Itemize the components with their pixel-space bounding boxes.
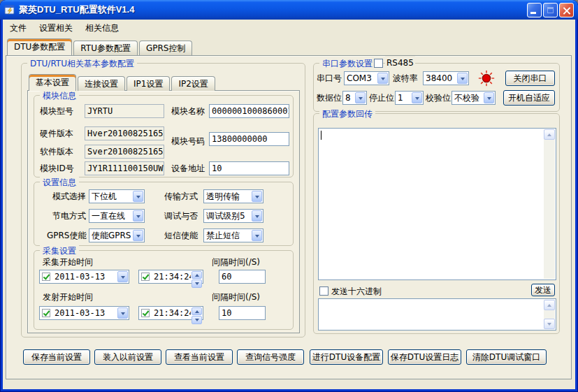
- module-model-field[interactable]: JYRTU: [85, 104, 164, 118]
- chevron-down-icon[interactable]: [412, 92, 422, 103]
- scroll-down-icon[interactable]: [544, 319, 555, 329]
- module-id-label: 模块ID号: [40, 161, 74, 175]
- send-time-picker[interactable]: 21:34:24: [138, 306, 203, 320]
- baud-rate-combo[interactable]: 38400: [423, 71, 469, 85]
- save-dtu-log-button[interactable]: 保存DTU设置日志: [388, 349, 461, 365]
- scroll-up-icon[interactable]: [544, 129, 555, 140]
- hw-version-label: 硬件版本: [40, 126, 73, 140]
- spin-down-icon[interactable]: [192, 280, 202, 288]
- load-previous-settings-button[interactable]: 装入以前设置: [94, 349, 161, 365]
- device-address-field[interactable]: 10: [209, 161, 289, 175]
- checkbox-checked-icon[interactable]: [42, 309, 50, 317]
- scroll-up-icon[interactable]: [544, 300, 555, 310]
- checkbox-checked-icon[interactable]: [42, 273, 50, 281]
- module-number-field[interactable]: 13800000000: [209, 132, 289, 146]
- config-feedback-group: 配置参数回传 发送十六进制 发送: [313, 113, 560, 334]
- tab-ip2-settings[interactable]: IP2设置: [171, 76, 215, 91]
- minimize-button[interactable]: [527, 3, 542, 17]
- dtu-basic-params-title: DTU/RTU相关基本参数配置: [27, 58, 137, 70]
- data-bits-label: 数据位: [317, 91, 342, 105]
- save-current-settings-button[interactable]: 保存当前设置: [23, 349, 90, 365]
- maximize-button[interactable]: [543, 3, 558, 17]
- send-interval-label: 间隔时间(/S): [212, 290, 260, 304]
- time-spinner: [192, 271, 202, 282]
- gprs-enable-combo[interactable]: 使能GPRS: [89, 228, 145, 242]
- clear-dtu-debug-button[interactable]: 清除DTU调试窗口: [466, 349, 547, 365]
- send-button[interactable]: 发送: [531, 284, 555, 296]
- close-button[interactable]: [559, 3, 574, 17]
- module-name-field[interactable]: 0000001000860001: [209, 104, 289, 118]
- hex-send-checkbox[interactable]: [319, 286, 328, 296]
- chevron-down-icon[interactable]: [484, 92, 494, 103]
- menu-file[interactable]: 文件: [3, 20, 33, 36]
- sw-version-field[interactable]: Sver201008251655: [85, 145, 164, 159]
- serial-status-led-icon: [478, 70, 495, 87]
- stop-bits-combo[interactable]: 1: [395, 91, 424, 105]
- scrollbar[interactable]: [544, 129, 555, 279]
- menu-info[interactable]: 相关信息: [79, 20, 125, 36]
- chevron-down-icon[interactable]: [252, 191, 262, 202]
- chevron-down-icon[interactable]: [377, 73, 388, 84]
- config-feedback-title: 配置参数回传: [319, 108, 375, 120]
- chevron-down-icon[interactable]: [252, 210, 262, 222]
- spin-down-icon[interactable]: [192, 316, 202, 324]
- view-current-settings-button[interactable]: 查看当前设置: [166, 349, 233, 365]
- com-port-combo[interactable]: COM3: [344, 71, 389, 85]
- gprs-enable-label: GPRS使能: [47, 228, 87, 242]
- collect-time-picker[interactable]: 21:34:24: [138, 270, 203, 284]
- settings-info-title: 设置信息: [40, 177, 79, 189]
- trans-mode-combo[interactable]: 透明传输: [203, 189, 263, 203]
- sw-version-label: 软件版本: [40, 145, 73, 159]
- chevron-down-icon[interactable]: [133, 191, 143, 202]
- parity-combo[interactable]: 不校验: [451, 91, 496, 105]
- configure-dtu-device-button[interactable]: 进行DTU设备配置: [310, 349, 383, 365]
- module-info-group: 模块信息 模块型号 JYRTU 模块名称 0000001000860001 硬件…: [34, 95, 294, 177]
- auto-adapt-button[interactable]: 开机自适应: [503, 90, 555, 106]
- debug-combo[interactable]: 调试级别5: [203, 209, 263, 223]
- checkbox-checked-icon[interactable]: [141, 309, 150, 317]
- chevron-down-icon[interactable]: [355, 92, 366, 103]
- collect-interval-label: 间隔时间(/S): [212, 255, 260, 269]
- send-interval-field[interactable]: 10: [219, 306, 266, 320]
- dtu-basic-params-group: DTU/RTU相关基本参数配置 基本设置 连接设置 IP1设置 IP2设置 模块…: [21, 63, 305, 337]
- spin-up-icon[interactable]: [192, 271, 202, 279]
- scrollbar[interactable]: [544, 300, 555, 329]
- menu-settings[interactable]: 设置相关: [33, 20, 79, 36]
- chevron-down-icon[interactable]: [133, 210, 143, 222]
- tab-dtu-config[interactable]: DTU参数配置: [7, 38, 72, 55]
- title-bar[interactable]: 聚英DTU_RTU配置软件V1.4: [0, 0, 578, 20]
- checkbox-checked-icon[interactable]: [141, 273, 150, 281]
- module-id-field[interactable]: JY1R111100150UW1: [85, 161, 164, 175]
- data-bits-combo[interactable]: 8: [342, 91, 367, 105]
- tab-connection-settings[interactable]: 连接设置: [78, 76, 125, 91]
- window-title: 聚英DTU_RTU配置软件V1.4: [19, 3, 527, 16]
- module-info-title: 模块信息: [40, 90, 79, 102]
- tab-basic-settings[interactable]: 基本设置: [29, 74, 76, 91]
- chevron-down-icon[interactable]: [133, 230, 143, 241]
- rs485-checkbox[interactable]: [374, 59, 383, 68]
- tab-rtu-config[interactable]: RTU参数配置: [73, 41, 138, 55]
- tab-ip1-settings[interactable]: IP1设置: [127, 76, 170, 91]
- spin-up-icon[interactable]: [192, 307, 202, 315]
- chevron-down-icon[interactable]: [117, 307, 128, 319]
- chevron-down-icon[interactable]: [457, 73, 468, 84]
- power-save-combo[interactable]: 一直在线: [89, 209, 145, 223]
- send-input-textarea[interactable]: [318, 298, 556, 331]
- module-number-label: 模块号码: [171, 134, 205, 148]
- collect-interval-field[interactable]: 60: [219, 270, 266, 284]
- app-icon[interactable]: [4, 4, 15, 15]
- chevron-down-icon[interactable]: [117, 271, 128, 282]
- tab-gprs-control[interactable]: GPRS控制: [139, 41, 193, 55]
- config-output-textarea[interactable]: [318, 128, 556, 280]
- collect-date-picker[interactable]: 2011-03-13: [39, 270, 129, 284]
- hex-send-label: 发送十六进制: [331, 284, 382, 298]
- send-date-picker[interactable]: 2011-03-13: [39, 306, 129, 320]
- hw-version-field[interactable]: Hver201008251655: [85, 126, 164, 140]
- query-signal-strength-button[interactable]: 查询信号强度: [237, 349, 304, 365]
- time-spinner: [192, 307, 202, 319]
- mode-select-combo[interactable]: 下位机: [89, 189, 145, 203]
- close-serial-button[interactable]: 关闭串口: [505, 71, 555, 86]
- chevron-down-icon[interactable]: [252, 230, 262, 241]
- sms-enable-combo[interactable]: 禁止短信: [203, 228, 263, 242]
- serial-settings-title: 串口参数设置: [319, 58, 375, 70]
